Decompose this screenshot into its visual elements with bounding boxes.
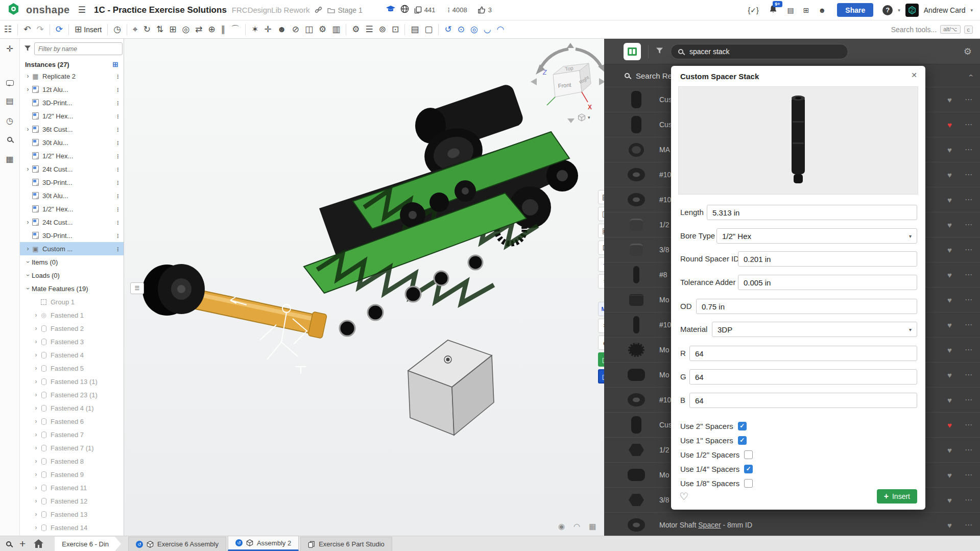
more-options-icon[interactable]: ⋯ <box>965 520 972 530</box>
panel-settings-gear-icon[interactable]: ⚙ <box>964 46 972 57</box>
od-input[interactable]: 0.75 in <box>696 299 917 314</box>
app-store-icon[interactable]: ⊞ <box>803 6 809 14</box>
collaborators-icon[interactable]: ☻ <box>277 25 286 35</box>
user-caret-icon[interactable]: ▾ <box>970 8 973 13</box>
tab-exercise-6-din[interactable]: Exercise 6 - Din <box>55 537 121 551</box>
mate-feature-row[interactable]: › Fastened 5 <box>20 362 124 375</box>
context-menu-icon[interactable]: ⁝ <box>117 179 118 186</box>
instance-row[interactable]: › 36t Cust... ⁝ <box>20 123 124 136</box>
mkcad-tab-icon[interactable]: MK <box>598 302 604 316</box>
update-icon[interactable]: ⟳ <box>56 24 63 35</box>
grid-settings-icon[interactable]: ▦ <box>589 522 596 531</box>
g-input[interactable]: 64 <box>689 369 917 385</box>
folder-location[interactable]: Stage 1 <box>327 6 362 14</box>
pin-slot-mate-icon[interactable]: ⇄ <box>195 24 202 35</box>
expand-caret-icon[interactable]: › <box>32 484 40 491</box>
parts-list-icon[interactable]: ▦ <box>6 154 13 164</box>
expand-caret-icon[interactable]: › <box>32 365 40 372</box>
tangent-mate-icon[interactable]: ⌒ <box>231 23 240 35</box>
favorite-heart-icon[interactable]: ♥ <box>947 346 952 354</box>
green-library-tab-icon[interactable]: ▯▯ <box>598 352 604 367</box>
context-menu-icon[interactable]: ⁝ <box>117 165 118 173</box>
more-options-icon[interactable]: ⋯ <box>965 245 972 254</box>
favorite-heart-icon[interactable]: ♥ <box>947 95 952 104</box>
library-search-input[interactable]: spacer stack <box>671 44 848 59</box>
section-view-icon[interactable]: ◫ <box>305 24 313 35</box>
favorite-heart-icon[interactable]: ♡ <box>679 490 688 502</box>
context-menu-icon[interactable]: ⁝ <box>117 232 118 239</box>
slider-mate-icon[interactable]: ⇅ <box>156 24 163 35</box>
rack-relation-icon[interactable]: ☰ <box>366 24 373 35</box>
home-icon[interactable] <box>34 539 43 548</box>
explode-icon[interactable]: ✶ <box>251 24 258 35</box>
expand-caret-icon[interactable]: › <box>32 524 40 531</box>
more-options-icon[interactable]: ⋯ <box>965 145 972 154</box>
likes-count[interactable]: 3 <box>477 6 492 14</box>
more-options-icon[interactable]: ⋯ <box>965 395 972 404</box>
main-menu-icon[interactable]: ☰ <box>78 5 86 15</box>
favorite-heart-icon[interactable]: ♥ <box>947 171 952 179</box>
mate-feature-row[interactable]: › Fastened 14 <box>20 521 124 534</box>
filter-funnel-icon[interactable] <box>24 44 31 54</box>
instance-row[interactable]: › 12t Alu... ⁝ <box>20 83 124 96</box>
expand-caret-icon[interactable]: › <box>24 245 32 252</box>
r-input[interactable]: 64 <box>689 346 917 361</box>
checkbox[interactable] <box>744 479 753 488</box>
more-options-icon[interactable]: ⋯ <box>965 295 972 304</box>
context-menu-icon[interactable]: ⁝ <box>117 192 118 200</box>
more-options-icon[interactable]: ⋯ <box>965 470 972 480</box>
mate-feature-row[interactable]: › Fastened 2 <box>20 322 124 335</box>
expand-caret-icon[interactable]: › <box>32 351 40 358</box>
expand-caret-icon[interactable]: › <box>32 391 40 398</box>
redo-icon[interactable]: ↷ <box>37 24 44 35</box>
more-options-icon[interactable]: ⋯ <box>965 95 972 104</box>
view-bottom-icon[interactable]: ◡ <box>484 24 491 35</box>
share-button[interactable]: Share <box>837 3 873 17</box>
expand-caret-icon[interactable]: › <box>32 338 40 345</box>
publications-icon[interactable]: ▥ <box>332 24 340 35</box>
favorite-heart-icon[interactable]: ♥ <box>947 196 952 204</box>
section-list-icon[interactable]: ▤ <box>598 190 604 204</box>
history-panel-icon[interactable]: ◷ <box>6 116 13 126</box>
favorite-heart-icon[interactable]: ♥ <box>947 371 952 379</box>
more-options-icon[interactable]: ⋯ <box>965 170 972 179</box>
instance-row[interactable]: › ▣ Custom ... ⁝ <box>20 242 124 255</box>
expand-caret-icon[interactable]: › <box>25 258 32 266</box>
tasks-icon[interactable]: ▤ <box>787 6 794 14</box>
instance-row[interactable]: 3D-Print... ⁝ <box>20 229 124 242</box>
add-tab-icon[interactable]: + <box>19 538 26 550</box>
more-options-icon[interactable]: ⋯ <box>965 345 972 354</box>
expand-caret-icon[interactable]: › <box>32 497 40 505</box>
collapse-results-icon[interactable]: › <box>967 75 975 77</box>
mate-feature-row[interactable]: › Fastened 4 (1) <box>20 401 124 415</box>
search-tools[interactable]: Search tools... alt/⌥ c <box>891 25 976 34</box>
length-input[interactable]: 5.313 in <box>707 205 917 220</box>
bom-icon[interactable]: ▤ <box>411 24 419 35</box>
context-menu-icon[interactable]: ⁝ <box>117 86 118 93</box>
mate-feature-row[interactable]: › Fastened 7 (1) <box>20 441 124 454</box>
more-options-icon[interactable]: ⋯ <box>965 370 972 379</box>
mate-feature-row[interactable]: › ◎ Fastened 1 <box>20 308 124 322</box>
tab-assembly-2[interactable]: ↺Assembly 2 <box>228 536 299 551</box>
expand-caret-icon[interactable]: › <box>32 378 40 385</box>
mate-feature-row[interactable]: › Fastened 7 <box>20 428 124 441</box>
notes-icon[interactable]: ▤ <box>6 96 13 106</box>
context-menu-icon[interactable]: ⁝ <box>117 73 118 80</box>
tol-input[interactable]: 0.005 in <box>738 275 917 290</box>
expand-caret-icon[interactable]: › <box>24 126 32 133</box>
more-options-icon[interactable]: ⋯ <box>965 270 972 279</box>
context-menu-icon[interactable]: ⁝ <box>117 139 118 147</box>
expand-caret-icon[interactable]: › <box>32 444 40 451</box>
instance-row[interactable]: 3D-Print... ⁝ <box>20 176 124 189</box>
context-menu-icon[interactable]: ⁝ <box>117 152 118 160</box>
favorite-heart-icon[interactable]: ♥ <box>947 146 952 154</box>
notifications-bell-icon[interactable]: 9+ <box>769 5 777 15</box>
user-avatar[interactable] <box>905 4 919 17</box>
versions-count[interactable]: ⁝4008 <box>447 6 467 14</box>
tab-exercise-6-assembly[interactable]: ↺Exercise 6 Assembly <box>128 537 226 551</box>
context-menu-icon[interactable]: ⁝ <box>117 126 118 133</box>
instance-row[interactable]: 1/2" Hex... ⁝ <box>20 149 124 162</box>
expand-caret-icon[interactable]: › <box>32 418 40 425</box>
checkbox[interactable] <box>738 436 747 445</box>
user-name[interactable]: Andrew Card <box>924 6 966 14</box>
